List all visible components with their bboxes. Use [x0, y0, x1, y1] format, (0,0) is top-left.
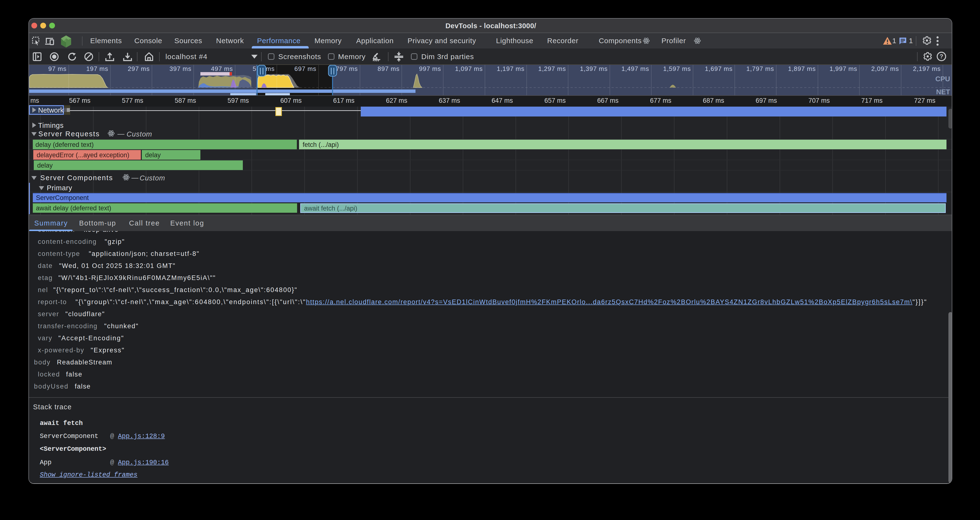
svg-text:1,097 ms: 1,097 ms — [455, 65, 483, 72]
svg-text:NET: NET — [936, 88, 950, 96]
svg-text:497 ms: 497 ms — [211, 65, 233, 72]
svg-text:CPU: CPU — [935, 75, 950, 83]
svg-text:797 ms: 797 ms — [336, 65, 358, 72]
svg-text:2,097 ms: 2,097 ms — [871, 65, 899, 72]
svg-text:?: ? — [940, 53, 943, 60]
svg-text:1,197 ms: 1,197 ms — [497, 65, 525, 72]
svg-text:1,697 ms: 1,697 ms — [705, 65, 733, 72]
svg-text:1,397 ms: 1,397 ms — [580, 65, 608, 72]
svg-text:1,597 ms: 1,597 ms — [663, 65, 691, 72]
svg-text:697 ms: 697 ms — [294, 65, 317, 72]
svg-text:1,497 ms: 1,497 ms — [621, 65, 649, 72]
svg-text:2,197 ms: 2,197 ms — [913, 65, 941, 72]
svg-text:1,897 ms: 1,897 ms — [788, 65, 816, 72]
svg-text:1,797 ms: 1,797 ms — [746, 65, 774, 72]
svg-text:1,997 ms: 1,997 ms — [829, 65, 857, 72]
svg-text:1,297 ms: 1,297 ms — [538, 65, 566, 72]
svg-text:997 ms: 997 ms — [419, 65, 441, 72]
svg-text:897 ms: 897 ms — [378, 65, 399, 72]
svg-text:197 ms: 197 ms — [86, 65, 108, 72]
svg-text:397 ms: 397 ms — [170, 65, 191, 72]
svg-text:297 ms: 297 ms — [128, 65, 150, 72]
svg-text:97 ms: 97 ms — [48, 65, 67, 72]
